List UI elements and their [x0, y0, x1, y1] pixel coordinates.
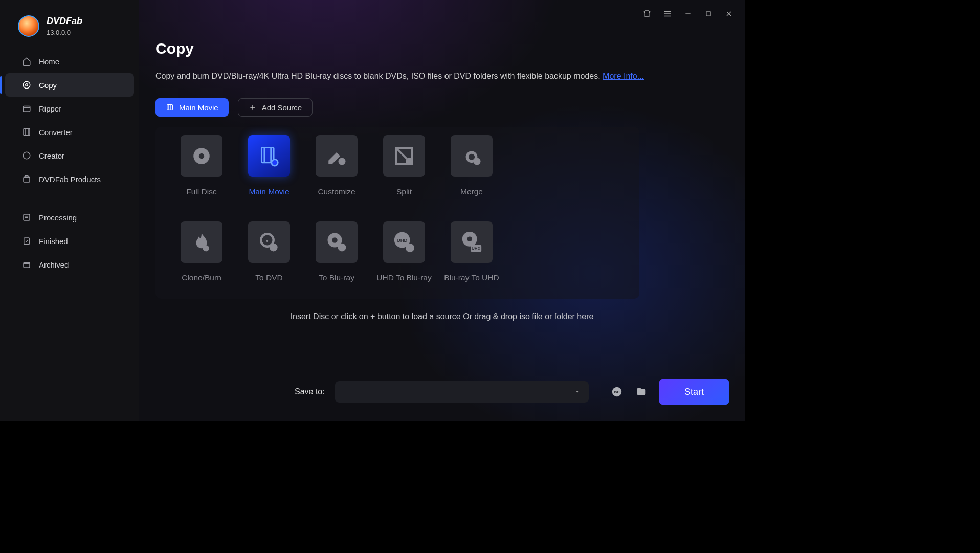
uhd-to-bluray-icon: UHD [383, 221, 425, 263]
mode-split[interactable]: Split [370, 135, 438, 196]
svg-point-0 [23, 81, 30, 89]
more-info-link[interactable]: More Info... [603, 72, 644, 80]
close-button[interactable] [723, 8, 734, 19]
mode-clone-burn[interactable]: Clone/Burn [168, 221, 235, 282]
svg-point-24 [332, 238, 338, 244]
sidebar-item-label: Home [39, 57, 59, 66]
svg-text:UHD: UHD [397, 237, 408, 243]
svg-point-28 [406, 244, 414, 252]
mode-full-disc[interactable]: Full Disc [168, 135, 235, 196]
app-version: 13.0.0.0 [47, 29, 82, 36]
mode-to-bluray[interactable]: To Blu-ray [303, 221, 370, 282]
mode-main-movie[interactable]: Main Movie [235, 135, 303, 196]
main-movie-button[interactable]: Main Movie [155, 98, 229, 117]
svg-point-18 [474, 158, 481, 165]
flame-icon [181, 221, 222, 263]
film-icon [21, 127, 32, 137]
svg-point-14 [272, 160, 278, 166]
mode-label: Full Disc [186, 187, 216, 196]
mode-customize[interactable]: Customize [303, 135, 370, 196]
mode-label: To DVD [255, 273, 282, 282]
iso-button[interactable]: ISO [610, 385, 624, 399]
check-clip-icon [21, 236, 32, 246]
app-window: DVDFab 13.0.0.0 Home Copy Ripper [0, 0, 745, 421]
tshirt-icon[interactable] [641, 8, 653, 19]
add-source-button[interactable]: Add Source [238, 98, 313, 117]
mode-merge[interactable]: Merge [438, 135, 505, 196]
disc-icon [21, 80, 32, 90]
customize-icon [316, 135, 358, 177]
mode-label: Merge [460, 187, 483, 196]
sidebar-item-label: Creator [39, 151, 64, 160]
bottom-bar: Save to: ISO Start [295, 379, 729, 405]
sidebar-item-label: Converter [39, 128, 73, 137]
logo-text: DVDFab 13.0.0.0 [47, 16, 82, 36]
clapper-icon [21, 103, 32, 114]
sidebar-item-converter[interactable]: Converter [5, 120, 134, 144]
archive-icon [21, 259, 32, 270]
sidebar-item-archived[interactable]: Archived [5, 253, 134, 276]
sidebar-item-creator[interactable]: Creator [5, 144, 134, 167]
logo-block: DVDFab 13.0.0.0 [0, 10, 139, 50]
to-bluray-icon [316, 221, 358, 263]
sidebar-item-ripper[interactable]: Ripper [5, 97, 134, 120]
sidebar-item-home[interactable]: Home [5, 50, 134, 73]
mode-label: UHD To Blu-ray [376, 273, 431, 282]
menu-icon[interactable] [662, 8, 673, 19]
main-movie-icon [248, 135, 290, 177]
page-description: Copy and burn DVD/Blu-ray/4K Ultra HD Bl… [155, 71, 728, 82]
mode-label: To Blu-ray [319, 273, 354, 282]
maximize-button[interactable] [703, 8, 714, 19]
sidebar-item-label: Processing [39, 213, 77, 222]
svg-rect-9 [706, 12, 710, 16]
mode-bluray-to-uhd[interactable]: UHD Blu-ray To UHD [438, 221, 505, 282]
start-button[interactable]: Start [659, 379, 729, 405]
svg-point-1 [26, 84, 28, 86]
svg-point-30 [467, 237, 472, 242]
page-title: Copy [155, 40, 728, 57]
sidebar-item-processing[interactable]: Processing [5, 206, 134, 229]
mode-label: Customize [318, 187, 355, 196]
button-label: Add Source [262, 103, 302, 112]
sidebar-item-copy[interactable]: Copy [5, 73, 134, 97]
bluray-to-uhd-icon: UHD [451, 221, 493, 263]
reel-icon [166, 103, 174, 112]
svg-point-17 [407, 159, 412, 165]
svg-point-4 [23, 152, 30, 159]
save-to-select[interactable] [335, 381, 589, 403]
circle-icon [21, 150, 32, 161]
mode-uhd-to-bluray[interactable]: UHD UHD To Blu-ray [370, 221, 438, 282]
minimize-button[interactable] [682, 8, 694, 19]
mode-label: Main Movie [249, 187, 289, 196]
sidebar-item-finished[interactable]: Finished [5, 229, 134, 253]
modes-grid: Full Disc Main Movie Customize [168, 135, 627, 282]
sidebar-item-label: Copy [39, 81, 57, 90]
sidebar-item-label: Archived [39, 260, 69, 269]
svg-rect-8 [24, 262, 30, 268]
button-label: Main Movie [179, 103, 218, 112]
save-to-label: Save to: [295, 387, 325, 396]
main-panel: Copy Copy and burn DVD/Blu-ray/4K Ultra … [139, 0, 745, 421]
modes-panel: Full Disc Main Movie Customize [155, 127, 639, 299]
toolbar: Main Movie Add Source [139, 82, 745, 117]
folder-button[interactable] [634, 385, 649, 399]
titlebar [631, 0, 745, 28]
split-icon [383, 135, 425, 177]
svg-rect-10 [167, 105, 173, 110]
bottom-divider [599, 385, 599, 399]
mode-label: Blu-ray To UHD [444, 273, 499, 282]
svg-rect-5 [24, 177, 30, 182]
mode-label: Split [396, 187, 412, 196]
sidebar: DVDFab 13.0.0.0 Home Copy Ripper [0, 0, 139, 421]
plus-icon [249, 103, 257, 112]
chevron-down-icon [574, 389, 581, 395]
svg-point-12 [199, 153, 205, 159]
mode-to-dvd[interactable]: • To DVD [235, 221, 303, 282]
list-icon [21, 212, 32, 223]
disc-full-icon [181, 135, 222, 177]
package-icon [21, 174, 32, 184]
sidebar-item-products[interactable]: DVDFab Products [5, 167, 134, 191]
svg-point-19 [203, 246, 209, 252]
app-name: DVDFab [47, 16, 82, 27]
svg-rect-3 [24, 128, 30, 136]
